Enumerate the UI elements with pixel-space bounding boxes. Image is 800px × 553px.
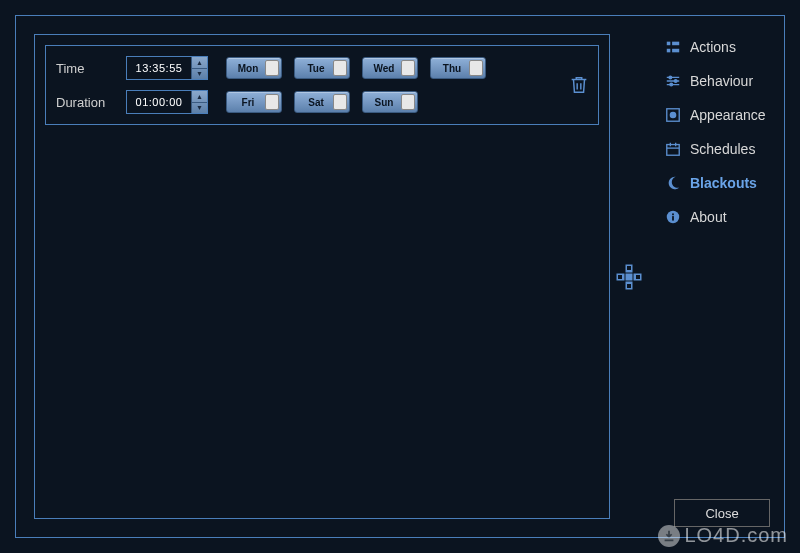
appearance-icon: [664, 106, 682, 124]
svg-rect-7: [636, 275, 640, 279]
sidebar-item-label: Schedules: [690, 141, 755, 157]
about-icon: [664, 208, 682, 226]
svg-rect-19: [672, 216, 674, 220]
day-toggles-row2: FriSatSun: [226, 91, 558, 113]
sidebar-item-about[interactable]: About: [660, 202, 774, 232]
duration-down-button[interactable]: ▼: [192, 103, 207, 114]
behaviour-icon: [664, 72, 682, 90]
day-toggle-fri[interactable]: Fri: [226, 91, 282, 113]
svg-rect-10: [667, 49, 671, 53]
svg-rect-8: [667, 42, 671, 46]
svg-rect-17: [667, 145, 679, 156]
day-toggle-sat[interactable]: Sat: [294, 91, 350, 113]
blackout-entry: Time 13:35:55 ▲ ▼ MonTueWedThu Duration …: [45, 45, 599, 125]
app-frame: Time 13:35:55 ▲ ▼ MonTueWedThu Duration …: [15, 15, 785, 538]
time-spinner-buttons: ▲ ▼: [191, 57, 207, 79]
svg-rect-11: [672, 49, 679, 53]
toggle-thumb: [265, 60, 279, 76]
svg-point-12: [669, 76, 672, 79]
blackouts-icon: [664, 174, 682, 192]
toggle-thumb: [401, 94, 415, 110]
day-toggle-wed[interactable]: Wed: [362, 57, 418, 79]
svg-point-13: [674, 80, 677, 83]
svg-rect-6: [618, 275, 622, 279]
delete-entry-button[interactable]: [568, 73, 590, 97]
svg-rect-4: [627, 266, 631, 270]
day-toggle-mon[interactable]: Mon: [226, 57, 282, 79]
time-spinner[interactable]: 13:35:55 ▲ ▼: [126, 56, 208, 80]
sidebar-item-behaviour[interactable]: Behaviour: [660, 66, 774, 96]
duration-label: Duration: [56, 95, 116, 110]
sidebar-item-label: Blackouts: [690, 175, 757, 191]
sidebar-item-label: About: [690, 209, 727, 225]
day-toggles-row1: MonTueWedThu: [226, 57, 558, 79]
sidebar-item-label: Behaviour: [690, 73, 753, 89]
sidebar-item-actions[interactable]: Actions: [660, 32, 774, 62]
toggle-thumb: [333, 60, 347, 76]
svg-point-16: [670, 112, 675, 117]
duration-spinner-buttons: ▲ ▼: [191, 91, 207, 113]
svg-rect-5: [627, 284, 631, 288]
duration-up-button[interactable]: ▲: [192, 91, 207, 103]
sidebar-item-appearance[interactable]: Appearance: [660, 100, 774, 130]
time-down-button[interactable]: ▼: [192, 69, 207, 80]
add-entry-button[interactable]: [616, 264, 642, 290]
close-button[interactable]: Close: [674, 499, 770, 527]
svg-point-14: [670, 83, 673, 86]
blackouts-panel: Time 13:35:55 ▲ ▼ MonTueWedThu Duration …: [34, 34, 610, 519]
time-value: 13:35:55: [127, 57, 191, 79]
sidebar: ActionsBehaviourAppearanceSchedulesBlack…: [650, 16, 784, 537]
toggle-thumb: [333, 94, 347, 110]
schedules-icon: [664, 140, 682, 158]
svg-rect-21: [665, 539, 674, 541]
toggle-thumb: [469, 60, 483, 76]
time-label: Time: [56, 61, 116, 76]
day-toggle-thu[interactable]: Thu: [430, 57, 486, 79]
toggle-thumb: [265, 94, 279, 110]
duration-value: 01:00:00: [127, 91, 191, 113]
toggle-thumb: [401, 60, 415, 76]
day-toggle-sun[interactable]: Sun: [362, 91, 418, 113]
svg-rect-20: [672, 213, 674, 215]
sidebar-item-label: Actions: [690, 39, 736, 55]
main-area: Time 13:35:55 ▲ ▼ MonTueWedThu Duration …: [16, 16, 650, 537]
sidebar-item-label: Appearance: [690, 107, 766, 123]
svg-rect-9: [672, 42, 679, 46]
actions-icon: [664, 38, 682, 56]
sidebar-item-blackouts[interactable]: Blackouts: [660, 168, 774, 198]
duration-spinner[interactable]: 01:00:00 ▲ ▼: [126, 90, 208, 114]
time-up-button[interactable]: ▲: [192, 57, 207, 69]
sidebar-item-schedules[interactable]: Schedules: [660, 134, 774, 164]
day-toggle-tue[interactable]: Tue: [294, 57, 350, 79]
